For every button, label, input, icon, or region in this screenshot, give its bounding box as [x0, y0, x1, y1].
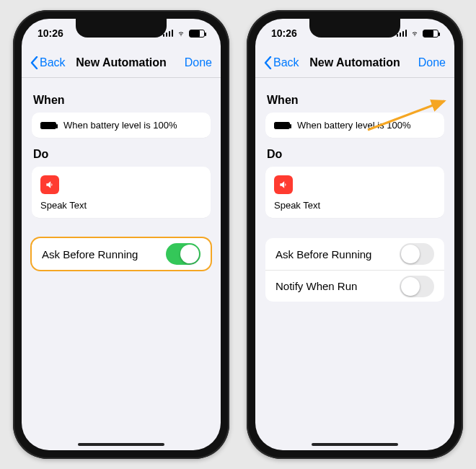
screen: 10:26 Back New Automation Done When When…: [22, 19, 221, 450]
status-indicators: [397, 30, 439, 38]
status-indicators: [163, 30, 206, 38]
when-condition-text: When battery level is 100%: [297, 120, 411, 131]
notch: [76, 19, 167, 38]
speak-text-icon: [274, 175, 293, 194]
status-time: 10:26: [38, 27, 63, 39]
status-time: 10:26: [271, 27, 297, 39]
option-label: Notify When Run: [276, 280, 357, 292]
do-section-label: Do: [33, 148, 209, 161]
phone-right: 10:26 Back New Automation Done When: [247, 10, 463, 459]
home-indicator[interactable]: [312, 443, 398, 446]
home-indicator[interactable]: [78, 443, 164, 446]
notch: [309, 19, 400, 38]
chevron-left-icon: [30, 56, 38, 69]
when-card[interactable]: When battery level is 100%: [32, 113, 211, 138]
content: When When battery level is 100% Do Speak…: [22, 78, 221, 450]
battery-level-icon: [40, 122, 56, 129]
do-action-label: Speak Text: [274, 200, 436, 211]
option-label: Ask Before Running: [276, 248, 371, 260]
wifi-icon: [410, 30, 420, 37]
content: When When battery level is 100% Do Speak…: [255, 78, 454, 450]
when-section-label: When: [33, 94, 209, 107]
options-group: Ask Before Running Notify When Run: [265, 238, 444, 302]
toggle-ask-before-running[interactable]: [400, 243, 434, 265]
speak-text-icon: [40, 175, 59, 194]
back-button[interactable]: Back: [264, 56, 299, 69]
phone-left: 10:26 Back New Automation Done When When…: [13, 10, 229, 459]
option-row-ask-before-running: Ask Before Running: [265, 238, 444, 270]
options-group: Ask Before Running: [32, 238, 211, 270]
screen: 10:26 Back New Automation Done When: [255, 19, 454, 450]
toggle-notify-when-run[interactable]: [400, 276, 434, 297]
chevron-left-icon: [264, 56, 272, 69]
toggle-ask-before-running[interactable]: [166, 243, 200, 265]
when-condition-text: When battery level is 100%: [63, 120, 177, 131]
nav-bar: Back New Automation Done: [22, 48, 221, 78]
do-action-label: Speak Text: [40, 200, 202, 211]
battery-icon: [189, 30, 205, 38]
back-label: Back: [40, 56, 66, 69]
option-row-ask-before-running: Ask Before Running: [32, 238, 211, 270]
do-card[interactable]: Speak Text: [32, 167, 211, 218]
done-button[interactable]: Done: [185, 56, 212, 69]
do-section-label: Do: [267, 148, 443, 161]
when-section-label: When: [267, 94, 443, 107]
option-label: Ask Before Running: [42, 248, 138, 260]
battery-level-icon: [274, 122, 290, 129]
nav-bar: Back New Automation Done: [255, 48, 454, 78]
back-button[interactable]: Back: [30, 56, 66, 69]
done-button[interactable]: Done: [418, 56, 446, 69]
back-label: Back: [273, 56, 299, 69]
wifi-icon: [176, 30, 186, 37]
when-card[interactable]: When battery level is 100%: [265, 113, 444, 138]
option-row-notify-when-run: Notify When Run: [265, 270, 444, 302]
do-card[interactable]: Speak Text: [265, 167, 444, 218]
battery-icon: [423, 30, 438, 38]
